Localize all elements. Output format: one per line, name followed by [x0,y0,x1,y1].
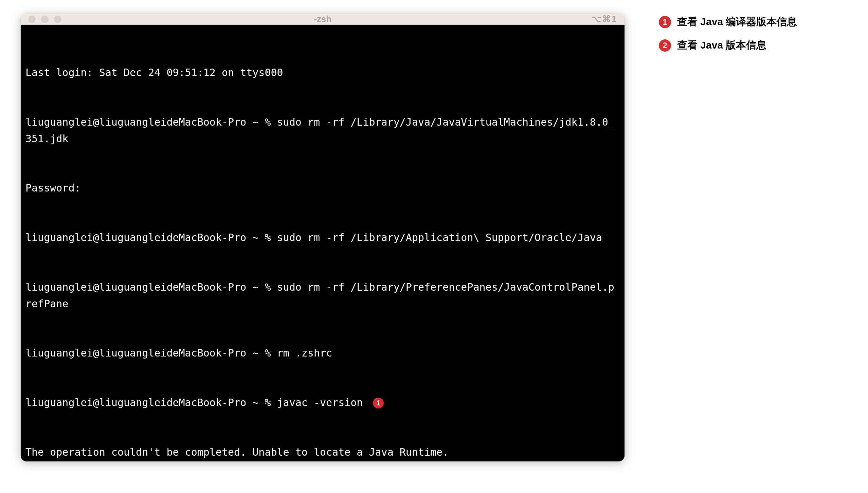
callout-badge-1: 1 [373,398,384,408]
maximize-icon[interactable] [54,16,61,23]
annotation-item: 2 查看 Java 版本信息 [659,38,797,52]
close-icon[interactable] [28,16,36,23]
annotation-badge: 1 [659,16,671,28]
terminal-body[interactable]: Last login: Sat Dec 24 09:51:12 on ttys0… [21,25,625,462]
terminal-line: liuguanglei@liuguangleideMacBook-Pro ~ %… [25,279,620,312]
annotation-item: 1 查看 Java 编译器版本信息 [659,15,797,29]
window-shortcut-hint: ⌥⌘1 [591,14,617,24]
terminal-line-javac: liuguanglei@liuguangleideMacBook-Pro ~ %… [25,395,620,411]
terminal-window: -zsh ⌥⌘1 Last login: Sat Dec 24 09:51:12… [20,14,625,462]
terminal-line: liuguanglei@liuguangleideMacBook-Pro ~ %… [25,345,620,362]
annotation-badge: 2 [659,39,671,52]
annotation-list: 1 查看 Java 编译器版本信息 2 查看 Java 版本信息 [659,14,797,52]
terminal-line: Password: [25,180,620,197]
terminal-line: liuguanglei@liuguangleideMacBook-Pro ~ %… [25,114,620,147]
title-bar: -zsh ⌥⌘1 [21,14,625,25]
terminal-line: liuguanglei@liuguangleideMacBook-Pro ~ %… [25,230,620,246]
annotation-text: 查看 Java 版本信息 [677,38,766,52]
annotation-text: 查看 Java 编译器版本信息 [677,15,797,29]
traffic-lights [28,16,61,23]
terminal-line: Last login: Sat Dec 24 09:51:12 on ttys0… [25,65,620,81]
terminal-line: The operation couldn't be completed. Una… [25,444,620,461]
window-title: -zsh [21,14,625,24]
minimize-icon[interactable] [41,16,49,23]
javac-command: liuguanglei@liuguangleideMacBook-Pro ~ %… [25,397,369,408]
